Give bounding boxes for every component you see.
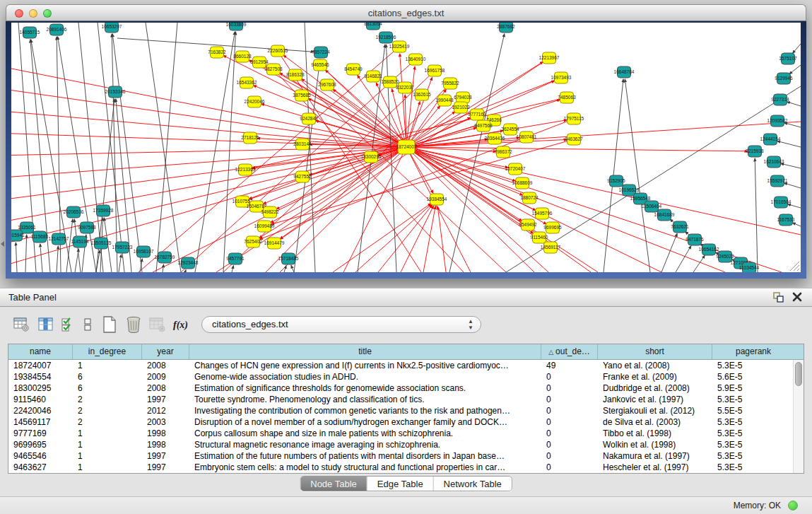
- table-cell[interactable]: 49: [541, 360, 598, 371]
- show-columns-button[interactable]: [34, 314, 58, 335]
- table-row[interactable]: 1872400712008Changes of HCN gene express…: [8, 360, 804, 371]
- table-cell[interactable]: Tibbo et al. (1998): [598, 428, 712, 439]
- table-cell[interactable]: 19384554: [8, 371, 73, 382]
- table-cell[interactable]: de Silva et al. (2003): [598, 416, 712, 428]
- column-header-name[interactable]: name: [8, 344, 73, 359]
- table-scrollbar[interactable]: [793, 360, 804, 473]
- close-window-icon[interactable]: [15, 9, 23, 18]
- table-cell[interactable]: Wolkin et al. (1998): [598, 439, 712, 450]
- table-cell[interactable]: 1: [73, 428, 142, 439]
- table-cell[interactable]: 0: [541, 428, 598, 439]
- table-cell[interactable]: 2012: [142, 405, 189, 416]
- table-cell[interactable]: 14569117: [8, 416, 73, 428]
- table-cell[interactable]: 1997: [142, 450, 189, 462]
- scrollbar-thumb[interactable]: [795, 362, 802, 386]
- table-row[interactable]: 969969511998Structural magnetic resonanc…: [8, 439, 804, 450]
- table-cell[interactable]: Hescheler et al. (1997): [598, 462, 712, 473]
- table-row[interactable]: 946554611997Estimation of the future num…: [8, 450, 804, 462]
- table-cell[interactable]: 18724007: [8, 360, 73, 371]
- table-row[interactable]: 911546021997Tourette syndrome. Phenomeno…: [8, 394, 804, 405]
- table-cell[interactable]: Stergiakouli et al. (2012): [598, 405, 712, 416]
- table-selector-dropdown[interactable]: citations_edges.txt ▲▼: [201, 316, 481, 333]
- table-cell[interactable]: 1: [73, 439, 142, 450]
- select-all-button[interactable]: [58, 314, 78, 335]
- table-cell[interactable]: 1998: [142, 428, 189, 439]
- table-cell[interactable]: 9699695: [8, 439, 73, 450]
- table-cell[interactable]: 0: [541, 394, 598, 405]
- column-header-pagerank[interactable]: pagerank: [712, 344, 794, 359]
- float-panel-icon[interactable]: [773, 292, 784, 305]
- table-row[interactable]: 1456911722003Disruption of a novel membe…: [8, 416, 804, 428]
- table-cell[interactable]: 5.5E-5: [712, 405, 794, 416]
- table-cell[interactable]: Structural magnetic resonance image aver…: [189, 439, 541, 450]
- network-canvas[interactable]: 1872400719384554183002957163822866012859…: [11, 23, 801, 272]
- table-cell[interactable]: 1998: [142, 439, 189, 450]
- table-cell[interactable]: 0: [541, 462, 598, 473]
- table-cell[interactable]: 22420046: [8, 405, 73, 416]
- table-cell[interactable]: Tourette syndrome. Phenomenology and cla…: [189, 394, 541, 405]
- table-cell[interactable]: 2: [73, 405, 142, 416]
- table-cell[interactable]: 2008: [142, 360, 189, 371]
- table-cell[interactable]: Investigating the contribution of common…: [189, 405, 541, 416]
- column-header-title[interactable]: title: [189, 344, 541, 359]
- table-cell[interactable]: 2003: [142, 416, 189, 428]
- close-panel-icon[interactable]: [792, 292, 802, 305]
- table-cell[interactable]: 5.3E-5: [712, 439, 794, 450]
- table-cell[interactable]: 9463627: [8, 462, 73, 473]
- table-cell[interactable]: 1: [73, 360, 142, 371]
- panel-collapse-arrow-icon[interactable]: [1, 241, 4, 247]
- table-cell[interactable]: 2: [73, 394, 142, 405]
- table-cell[interactable]: 18300295: [8, 382, 73, 394]
- new-table-button[interactable]: [98, 314, 122, 335]
- table-cell[interactable]: Nakamura et al. (1997): [598, 450, 712, 462]
- table-row[interactable]: 977716911998Corpus callosum shape and si…: [8, 428, 804, 439]
- table-cell[interactable]: 6: [73, 382, 142, 394]
- table-cell[interactable]: 0: [541, 450, 598, 462]
- table-cell[interactable]: Disruption of a novel member of a sodium…: [189, 416, 541, 428]
- table-cell[interactable]: Estimation of significance thresholds fo…: [189, 382, 541, 394]
- table-cell[interactable]: 5.3E-5: [712, 360, 794, 371]
- column-header-in_degree[interactable]: in_degree: [73, 344, 142, 359]
- table-cell[interactable]: Genome-wide association studies in ADHD.: [189, 371, 541, 382]
- tab-edge-table[interactable]: Edge Table: [367, 477, 434, 491]
- column-header-out_de[interactable]: △out_de…: [541, 344, 598, 359]
- table-cell[interactable]: 6: [73, 371, 142, 382]
- table-cell[interactable]: 2: [73, 416, 142, 428]
- table-row[interactable]: 946362711997Embryonic stem cells: a mode…: [8, 462, 804, 473]
- table-cell[interactable]: 0: [541, 439, 598, 450]
- function-builder-button[interactable]: f(x): [170, 314, 194, 335]
- table-cell[interactable]: 0: [541, 405, 598, 416]
- table-cell[interactable]: 1997: [142, 394, 189, 405]
- table-cell[interactable]: Jankovic et al. (1997): [598, 394, 712, 405]
- table-cell[interactable]: 5.9E-5: [712, 382, 794, 394]
- delete-table-button[interactable]: [146, 314, 170, 335]
- tab-node-table[interactable]: Node Table: [300, 477, 367, 491]
- memory-ok-icon[interactable]: [788, 501, 798, 510]
- table-cell[interactable]: Estimation of the future numbers of pati…: [189, 450, 541, 462]
- table-cell[interactable]: Corpus callosum shape and size in male p…: [189, 428, 541, 439]
- table-cell[interactable]: 1997: [142, 462, 189, 473]
- table-cell[interactable]: Changes of HCN gene expression and I(f) …: [189, 360, 541, 371]
- network-graph[interactable]: 1872400719384554183002957163822866012859…: [11, 23, 801, 272]
- table-cell[interactable]: 9115460: [8, 394, 73, 405]
- table-cell[interactable]: Yano et al. (2008): [598, 360, 712, 371]
- table-settings-button[interactable]: [10, 314, 34, 335]
- minimize-window-icon[interactable]: [29, 9, 37, 18]
- table-row[interactable]: 2242004622012Investigating the contribut…: [8, 405, 804, 416]
- table-cell[interactable]: 5.3E-5: [712, 394, 794, 405]
- resize-grip-icon[interactable]: [790, 262, 799, 271]
- table-row[interactable]: 1830029562008Estimation of significance …: [8, 382, 804, 394]
- table-cell[interactable]: 5.3E-5: [712, 428, 794, 439]
- delete-attribute-button[interactable]: [122, 314, 146, 335]
- table-cell[interactable]: 2009: [142, 371, 189, 382]
- column-header-year[interactable]: year: [142, 344, 189, 359]
- window-titlebar[interactable]: citations_edges.txt: [6, 4, 806, 21]
- table-cell[interactable]: 0: [541, 371, 598, 382]
- table-cell[interactable]: 5.3E-5: [712, 416, 794, 428]
- table-cell[interactable]: 5.3E-5: [712, 462, 794, 473]
- table-cell[interactable]: Embryonic stem cells: a model to study s…: [189, 462, 541, 473]
- zoom-window-icon[interactable]: [43, 9, 52, 18]
- table-cell[interactable]: 0: [541, 382, 598, 394]
- table-cell[interactable]: Dudbridge et al. (2008): [598, 382, 712, 394]
- table-cell[interactable]: 1: [73, 450, 142, 462]
